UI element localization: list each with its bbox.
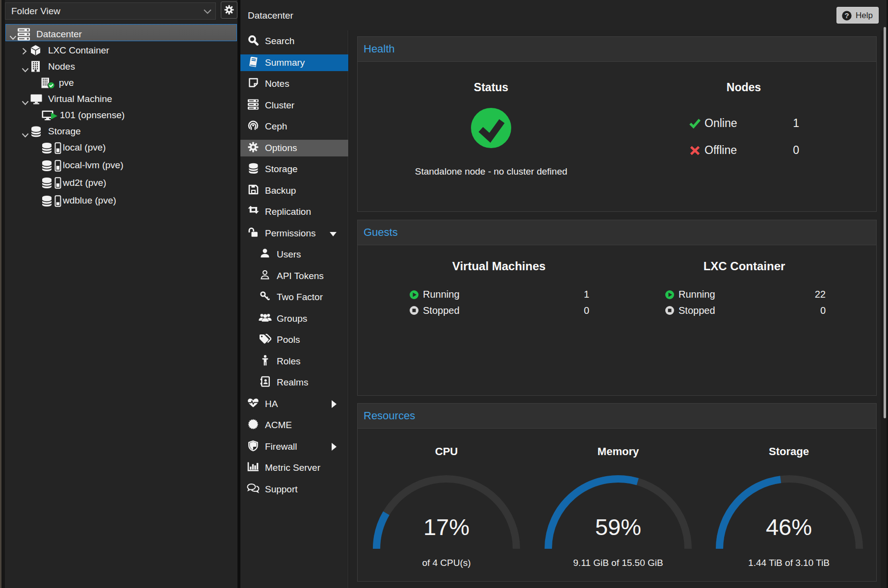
svg-text:?: ? (844, 11, 849, 20)
